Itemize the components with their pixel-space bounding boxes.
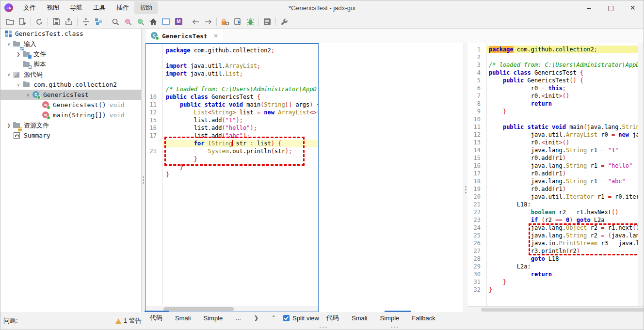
tree-item[interactable]: ∨源代码 xyxy=(0,69,141,79)
token: } xyxy=(503,108,506,115)
token: ) xyxy=(563,155,566,161)
code-line: 27 r3.println(r2) xyxy=(467,247,638,255)
minimize-button[interactable]: – xyxy=(578,4,600,12)
tree-item[interactable]: main(String[])void xyxy=(0,110,141,120)
pane-mode-tab-2[interactable]: Simple xyxy=(204,314,223,322)
pane-mode-tab-2[interactable]: Simple xyxy=(380,314,400,322)
token xyxy=(489,255,531,262)
deobfuscation-icon[interactable] xyxy=(219,16,231,28)
tree-item[interactable]: ∨com.github.collection2 xyxy=(0,79,141,90)
token: PrintStream xyxy=(559,240,597,247)
token: goto xyxy=(531,255,545,262)
code-line: 18 java.lang.String r1 = "abc" xyxy=(467,177,638,185)
java-code-pane[interactable]: package com.github.collection2;import ja… xyxy=(145,43,319,312)
warning-status[interactable]: 1 警告 xyxy=(115,316,142,325)
save-all-icon[interactable] xyxy=(50,16,63,28)
token: main xyxy=(243,101,260,108)
chevron-right-icon[interactable]: ❯ xyxy=(254,314,258,321)
mid-hscroll-thumb[interactable] xyxy=(163,307,234,311)
pane-mode-tab-1[interactable]: Smali xyxy=(175,314,191,322)
tree-item[interactable]: GenericsTest.class xyxy=(0,29,141,39)
main-activity-icon[interactable] xyxy=(147,16,160,28)
preferences-icon[interactable] xyxy=(278,16,290,28)
close-button[interactable]: ✕ xyxy=(622,4,644,12)
tree-item[interactable]: 脚本 xyxy=(0,59,141,69)
token xyxy=(548,124,552,130)
pane-mode-tab-0[interactable]: 代码 xyxy=(326,314,339,322)
line-number: 22 xyxy=(467,208,481,216)
tree-item[interactable]: ∨输入 xyxy=(0,39,141,49)
menu-item-4[interactable]: 插件 xyxy=(111,1,134,14)
tab-genericstest[interactable]: GenericsTest ✕ xyxy=(146,29,223,43)
log-viewer-icon[interactable] xyxy=(261,16,274,28)
token: ( xyxy=(608,232,612,239)
token: r1.next xyxy=(604,224,632,231)
sync-scroll-icon[interactable] xyxy=(80,16,92,28)
forward-icon[interactable] xyxy=(202,16,214,28)
overflow-tabs-icon[interactable]: … xyxy=(235,314,241,321)
menu-item-1[interactable]: 视图 xyxy=(41,1,64,14)
tree-splitter[interactable] xyxy=(142,29,145,312)
token: return xyxy=(531,271,552,278)
token: r1 xyxy=(555,186,562,192)
maximize-button[interactable]: ▢ xyxy=(600,4,622,12)
menu-item-0[interactable]: 文件 xyxy=(18,1,41,14)
expander-down-icon[interactable]: ∨ xyxy=(4,72,13,77)
token: = xyxy=(608,193,612,200)
token: String xyxy=(566,178,587,185)
bottom-grip-icon xyxy=(391,327,392,328)
menu-item-3[interactable]: 工具 xyxy=(88,1,111,14)
line-number: 12 xyxy=(146,109,157,116)
mappings-icon[interactable]: M xyxy=(172,16,185,28)
right-hscrollbar[interactable] xyxy=(467,306,644,312)
pane-mode-tab-3-active[interactable]: Fallback xyxy=(412,314,435,322)
right-hscroll-thumb[interactable] xyxy=(481,308,644,312)
class-search-icon[interactable] xyxy=(122,16,134,28)
token: list xyxy=(236,109,257,116)
add-files-icon[interactable] xyxy=(16,16,29,28)
expander-right-icon[interactable]: ❯ xyxy=(14,52,23,57)
line-number: 7 xyxy=(467,92,481,100)
tab-close-icon[interactable]: ✕ xyxy=(213,32,218,39)
code-line: 22 boolean r2 = r1.hasNext() xyxy=(467,208,638,216)
expander-down-icon[interactable]: ∨ xyxy=(14,82,23,87)
tree-item[interactable]: ∨GenericsTest xyxy=(0,90,141,100)
fallback-code-pane[interactable]: 1package com.github.collection2;23/* loa… xyxy=(467,43,644,312)
open-file-icon[interactable] xyxy=(3,16,16,28)
menu-item-5[interactable]: 帮助 xyxy=(134,1,158,14)
mid-hscrollbar[interactable] xyxy=(146,306,318,312)
open-custom-icon[interactable] xyxy=(160,16,172,28)
token: r1 xyxy=(587,178,601,185)
token: "1" xyxy=(608,147,619,154)
tree-item[interactable]: GenericsTest()void xyxy=(0,100,141,110)
reload-icon[interactable] xyxy=(33,16,46,28)
pane-mode-tab-1[interactable]: Smali xyxy=(352,314,368,322)
code-line: 1package com.github.collection2; xyxy=(467,46,638,53)
code-line: 4public class GenericsTest { xyxy=(467,69,638,77)
line-number: 15 xyxy=(467,154,481,162)
text-search-icon[interactable] xyxy=(109,16,122,28)
menu-item-2[interactable]: 导航 xyxy=(64,1,88,14)
pane-mode-tab-0-active[interactable]: 代码 xyxy=(150,314,162,322)
back-icon[interactable] xyxy=(189,16,202,28)
expander-down-icon[interactable]: ∨ xyxy=(24,93,32,97)
tree-item[interactable]: Summary xyxy=(0,130,141,141)
split-view-toggle[interactable]: Split view xyxy=(283,314,319,322)
pane-splitter[interactable] xyxy=(464,43,467,312)
debugger-icon[interactable] xyxy=(244,16,257,28)
java-code-area[interactable]: package com.github.collection2;import ja… xyxy=(146,44,318,305)
expander-down-icon[interactable]: ∨ xyxy=(4,42,13,47)
expander-right-icon[interactable]: ❯ xyxy=(4,123,13,128)
tree-item[interactable]: ❯文件 xyxy=(0,49,141,59)
token: void xyxy=(552,124,566,130)
comment-search-icon[interactable] xyxy=(134,16,147,28)
export-icon[interactable] xyxy=(63,16,75,28)
flat-packages-icon[interactable] xyxy=(92,16,105,28)
tree-item[interactable]: ❯资源文件 xyxy=(0,120,141,130)
fallback-code-area[interactable]: 1package com.github.collection2;23/* loa… xyxy=(467,43,638,306)
code-text: L18: xyxy=(486,201,638,208)
right-vscrollbar[interactable] xyxy=(638,43,644,306)
checkbox-checked-icon[interactable] xyxy=(283,315,290,321)
chevron-up-icon[interactable]: ⌃ xyxy=(271,314,276,321)
quark-icon[interactable] xyxy=(231,16,244,28)
